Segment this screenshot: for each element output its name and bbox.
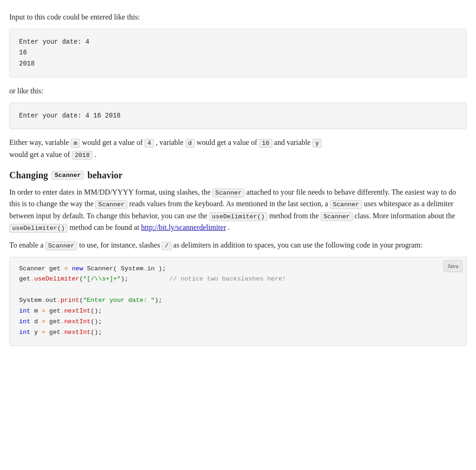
val-2018: 2018 bbox=[72, 151, 93, 160]
java-delim-str: "[/\\s+]+" bbox=[83, 275, 121, 282]
para2-end: as delimiters in addition to spaces, you… bbox=[173, 241, 423, 249]
para1-mid2: reads values from the keyboard. As menti… bbox=[129, 200, 330, 208]
para1-mid6: method can be found at bbox=[69, 223, 141, 231]
java-line-7: int y = get.nextInt(); bbox=[19, 327, 457, 338]
java-eq1: = bbox=[64, 265, 68, 272]
java-int-m: int bbox=[19, 307, 30, 314]
java-blank bbox=[19, 285, 457, 295]
java-paren: ( bbox=[79, 275, 83, 282]
java-get-var: get bbox=[49, 265, 64, 272]
java-code-content: Scanner get = new Scanner( System.in ); … bbox=[10, 257, 466, 346]
intro-text: Input to this code could be entered like… bbox=[9, 11, 467, 23]
para1-scanner2: Scanner bbox=[95, 200, 127, 209]
java-usedelimiter-method: useDelimiter bbox=[34, 275, 79, 282]
para1-link[interactable]: http://bit.ly/scannerdelimiter bbox=[141, 223, 226, 231]
java-print-close: ); bbox=[155, 297, 162, 304]
java-print-str: "Enter your date: " bbox=[83, 297, 155, 304]
java-d-var: d bbox=[34, 318, 41, 325]
java-eq4: = bbox=[42, 329, 46, 336]
java-y-var: y bbox=[34, 329, 41, 336]
java-close1: ); bbox=[159, 265, 166, 272]
heading-text2: behavior bbox=[87, 170, 123, 181]
java-new: new bbox=[72, 265, 83, 272]
either-would3: would get a value of bbox=[9, 150, 72, 158]
para1-mid5: class. More information about the bbox=[355, 212, 455, 220]
para2-scanner: Scanner bbox=[46, 242, 78, 250]
section-heading: Changing Scanner behavior bbox=[9, 170, 467, 181]
java-nextint-d: nextInt bbox=[64, 318, 91, 325]
heading-text1: Changing bbox=[9, 170, 48, 181]
java-system2: System bbox=[19, 297, 42, 304]
para1-usedelimiter1: useDelimiter() bbox=[209, 212, 267, 221]
code-block-2: Enter your date: 4 16 2018 bbox=[9, 103, 467, 130]
or-like-text: or like this: bbox=[9, 85, 467, 97]
para1: In order to enter dates in MM/DD/YYYY fo… bbox=[9, 186, 467, 234]
either-pre: Either way, variable bbox=[9, 138, 69, 146]
java-comment: // notice two backslashes here! bbox=[169, 275, 286, 282]
para1-pre: In order to enter dates in MM/DD/YYYY fo… bbox=[9, 188, 212, 196]
either-comma: , variable bbox=[156, 138, 185, 146]
para1-scanner1: Scanner bbox=[212, 189, 245, 197]
para2-mid: to use, for instance, slashes bbox=[79, 241, 162, 249]
java-out: out bbox=[46, 297, 57, 304]
java-eq2: = bbox=[42, 307, 46, 314]
either-would1: would get a value of bbox=[82, 138, 145, 146]
either-way-para: Either way, variable m would get a value… bbox=[9, 137, 467, 160]
java-scanner-class: Scanner bbox=[19, 265, 46, 272]
val-16: 16 bbox=[259, 139, 272, 148]
code-block-1: Enter your date: 4 16 2018 bbox=[9, 29, 467, 78]
java-print-method: print bbox=[60, 297, 79, 304]
code-line-2: 16 bbox=[19, 47, 457, 59]
java-nextint-m: nextInt bbox=[64, 307, 91, 314]
java-label: Java bbox=[443, 260, 463, 272]
java-get3: get bbox=[49, 307, 60, 314]
para1-usedelimiter2: useDelimiter() bbox=[9, 224, 67, 233]
java-nextint-y: nextInt bbox=[64, 329, 91, 336]
either-and: and variable bbox=[274, 138, 313, 146]
java-int-y: int bbox=[19, 329, 30, 336]
java-get2: get bbox=[19, 275, 30, 282]
para1-scanner4: Scanner bbox=[321, 212, 353, 221]
var-y: y bbox=[312, 139, 322, 148]
java-line-5: int m = get.nextInt(); bbox=[19, 306, 457, 317]
java-eq3: = bbox=[42, 318, 46, 325]
java-nextint-d-call: (); bbox=[91, 318, 102, 325]
para2-pre: To enable a bbox=[9, 241, 46, 249]
val-4: 4 bbox=[145, 139, 154, 148]
code-line-3: 2018 bbox=[19, 59, 457, 70]
para2-slash: / bbox=[162, 242, 171, 250]
either-period: . bbox=[94, 150, 96, 158]
java-code-block: Java Scanner get = new Scanner( System.i… bbox=[9, 257, 467, 346]
java-nextint-y-call: (); bbox=[91, 329, 102, 336]
heading-scanner: Scanner bbox=[52, 171, 84, 180]
java-nextint-m-call: (); bbox=[91, 307, 102, 314]
java-line-2: get.useDelimiter("[/\\s+]+"); // notice … bbox=[19, 274, 457, 285]
java-m-var: m bbox=[34, 307, 41, 314]
para2: To enable a Scanner to use, for instance… bbox=[9, 239, 467, 251]
var-d: d bbox=[185, 139, 195, 148]
java-line-4: System.out.print("Enter your date: "); bbox=[19, 295, 457, 306]
either-would2: would get a value of bbox=[197, 138, 259, 146]
code-line-1: Enter your date: 4 bbox=[19, 37, 457, 48]
code-line-single: Enter your date: 4 16 2018 bbox=[19, 111, 457, 122]
java-line-6: int d = get.nextInt(); bbox=[19, 317, 457, 327]
java-get4: get bbox=[49, 318, 60, 325]
java-int-d: int bbox=[19, 318, 30, 325]
para1-scanner3: Scanner bbox=[330, 200, 362, 209]
java-get5: get bbox=[49, 329, 60, 336]
java-close2: ); bbox=[121, 275, 128, 282]
para1-end: . bbox=[228, 223, 230, 231]
java-line-1: Scanner get = new Scanner( System.in ); bbox=[19, 264, 457, 274]
java-system: System bbox=[121, 265, 144, 272]
para1-mid4: method from the bbox=[269, 212, 321, 220]
java-scanner-new: Scanner( bbox=[87, 265, 117, 272]
java-print-paren: ( bbox=[79, 297, 83, 304]
java-in: in bbox=[147, 265, 155, 272]
var-m: m bbox=[71, 139, 80, 148]
